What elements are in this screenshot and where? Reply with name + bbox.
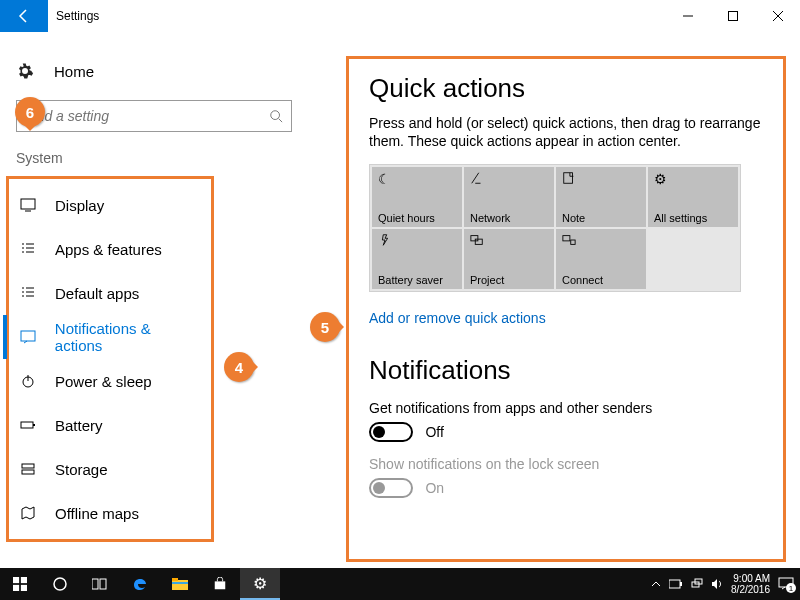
tray-battery-icon[interactable] [669,579,683,589]
svg-rect-9 [21,422,33,428]
quick-actions-heading: Quick actions [369,73,763,104]
task-view-button[interactable] [80,568,120,600]
toggle-state: On [425,480,444,496]
settings-taskbar-button[interactable]: ⚙ [240,568,280,600]
nav-label: Display [55,197,104,214]
gear-icon [16,62,34,80]
qa-label: Project [470,274,548,286]
nav-apps-features[interactable]: Apps & features [9,227,211,271]
svg-rect-24 [100,579,106,589]
date: 8/2/2016 [731,584,770,595]
nav-label: Storage [55,461,108,478]
taskbar: ⚙ 9:00 AM 8/2/2016 1 [0,568,800,600]
nav-offline-maps[interactable]: Offline maps [9,491,211,535]
nav-battery[interactable]: Battery [9,403,211,447]
nav-label: Offline maps [55,505,139,522]
default-apps-icon [19,285,37,301]
qa-label: Network [470,212,548,224]
search-icon [269,109,283,123]
svg-point-2 [271,111,280,120]
nav-list: Display Apps & features Default apps Not… [6,176,214,542]
home-nav[interactable]: Home [0,56,320,86]
setting-label: Get notifications from apps and other se… [369,400,763,416]
close-button[interactable] [755,0,800,32]
svg-rect-20 [13,585,19,591]
svg-rect-4 [21,199,35,209]
nav-power-sleep[interactable]: Power & sleep [9,359,211,403]
storage-icon [19,461,37,477]
search-input[interactable] [25,108,269,124]
tray-network-icon[interactable] [691,578,703,590]
home-label: Home [54,63,94,80]
qa-tile-connect[interactable]: Connect [556,229,646,289]
edge-button[interactable] [120,568,160,600]
project-icon [470,233,548,247]
svg-rect-19 [21,577,27,583]
notifications-icon [19,329,37,345]
main-content: Quick actions Press and hold (or select)… [320,32,800,568]
network-icon [470,171,548,185]
nav-display[interactable]: Display [9,183,211,227]
qa-tile-battery-saver[interactable]: Battery saver [372,229,462,289]
store-button[interactable] [200,568,240,600]
qa-tile-project[interactable]: Project [464,229,554,289]
cortana-button[interactable] [40,568,80,600]
toggle-lock-screen-notifications[interactable] [369,478,413,498]
app-body: Home System Display Apps & features Defa… [0,32,800,568]
qa-label: Connect [562,274,640,286]
titlebar: Settings [0,0,800,32]
svg-rect-21 [21,585,27,591]
qa-tile-network[interactable]: Network [464,167,554,227]
settings-sidebar: Home System Display Apps & features Defa… [0,32,320,568]
qa-label: Quiet hours [378,212,456,224]
nav-notifications-actions[interactable]: Notifications & actions [9,315,211,359]
svg-rect-25 [172,580,188,590]
maximize-button[interactable] [710,0,755,32]
setting-lock-screen-notifications: Show notifications on the lock screen On [369,456,763,498]
qa-label: Battery saver [378,274,456,286]
section-label: System [0,132,320,176]
qa-tile-all-settings[interactable]: ⚙ All settings [648,167,738,227]
setting-label: Show notifications on the lock screen [369,456,763,472]
back-button[interactable] [0,0,48,32]
svg-line-3 [279,119,283,123]
nav-storage[interactable]: Storage [9,447,211,491]
qa-tile-note[interactable]: Note [556,167,646,227]
callout-6: 6 [15,97,45,127]
moon-icon: ☾ [378,171,456,187]
nav-label: Power & sleep [55,373,152,390]
callout-5: 5 [310,312,340,342]
maps-icon [19,505,37,521]
svg-rect-23 [92,579,98,589]
apps-icon [19,241,37,257]
battery-saver-icon [378,233,456,247]
display-icon [19,197,37,213]
time: 9:00 AM [731,573,770,584]
taskbar-clock[interactable]: 9:00 AM 8/2/2016 [731,573,770,595]
action-center-button[interactable]: 1 [778,577,794,591]
power-icon [19,373,37,389]
svg-rect-27 [172,582,188,584]
svg-rect-17 [571,240,575,244]
quick-actions-description: Press and hold (or select) quick actions… [369,114,763,150]
file-explorer-button[interactable] [160,568,200,600]
svg-rect-6 [21,331,35,341]
start-button[interactable] [0,568,40,600]
callout-4: 4 [224,352,254,382]
search-box[interactable] [16,100,292,132]
minimize-button[interactable] [665,0,710,32]
qa-label: Note [562,212,640,224]
svg-rect-1 [728,12,737,21]
add-remove-quick-actions-link[interactable]: Add or remove quick actions [369,310,546,326]
tray-chevron-icon[interactable] [651,579,661,589]
tray-volume-icon[interactable] [711,578,723,590]
notifications-section: Notifications Get notifications from app… [369,355,763,498]
window-controls [665,0,800,32]
svg-rect-12 [22,470,34,474]
nav-label: Apps & features [55,241,162,258]
nav-default-apps[interactable]: Default apps [9,271,211,315]
gear-icon: ⚙ [654,171,732,187]
qa-tile-quiet-hours[interactable]: ☾ Quiet hours [372,167,462,227]
toggle-get-notifications[interactable] [369,422,413,442]
quick-actions-grid: ☾ Quiet hours Network Note ⚙ All setting… [369,164,741,292]
